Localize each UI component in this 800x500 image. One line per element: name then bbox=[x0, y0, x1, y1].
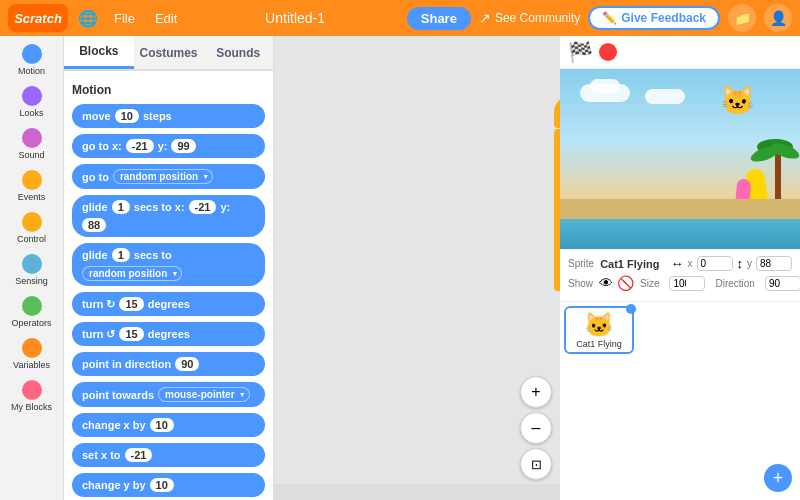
water bbox=[560, 214, 800, 249]
sprite-label: Sprite bbox=[568, 258, 594, 269]
cloud-3 bbox=[645, 89, 685, 104]
sprite-selected-dot bbox=[626, 304, 636, 314]
stage-canvas: 🐱 bbox=[560, 69, 800, 249]
sprite-list: 🐱 Cat1 Flying bbox=[560, 301, 800, 500]
category-motion[interactable]: Motion bbox=[0, 40, 63, 80]
block-goto-random[interactable]: go to random position bbox=[72, 164, 265, 189]
direction-input[interactable] bbox=[765, 276, 800, 291]
sprite-thumb-image: 🐱 bbox=[569, 311, 629, 339]
scratch-logo: Scratch bbox=[8, 4, 68, 32]
block-glide-xy[interactable]: glide 1 secs to x: -21 y: 88 bbox=[72, 195, 265, 237]
category-operators[interactable]: Operators bbox=[0, 292, 63, 332]
add-sprite-button[interactable]: + bbox=[764, 464, 792, 492]
script-area[interactable]: when 🏁 clicked forever move 4 steps bbox=[274, 36, 560, 500]
block-glide-random[interactable]: glide 1 secs to random position bbox=[72, 243, 265, 286]
pencil-icon: ✏️ bbox=[602, 11, 617, 25]
zoom-in-button[interactable]: + bbox=[520, 376, 552, 408]
tab-blocks[interactable]: Blocks bbox=[64, 36, 134, 69]
tab-costumes[interactable]: Costumes bbox=[134, 36, 204, 69]
block-turn-ccw[interactable]: turn ↺ 15 degrees bbox=[72, 322, 265, 346]
header: Scratch 🌐 File Edit Untitled-1 Share ↗ S… bbox=[0, 0, 800, 36]
section-motion-label: Motion bbox=[72, 83, 265, 97]
share-button[interactable]: Share bbox=[407, 7, 471, 30]
block-change-x[interactable]: change x by 10 bbox=[72, 413, 265, 437]
show-visible-icon[interactable]: 👁 bbox=[599, 275, 613, 291]
main-area: Motion Looks Sound Events Control Sensin… bbox=[0, 36, 800, 500]
block-move[interactable]: move 10 steps bbox=[72, 104, 265, 128]
cat-sprite: 🐱 bbox=[720, 84, 755, 117]
size-direction-group: Size Direction bbox=[640, 276, 800, 291]
zoom-controls: + – ⊡ bbox=[520, 376, 552, 480]
zoom-out-button[interactable]: – bbox=[520, 412, 552, 444]
green-flag-button[interactable]: 🏁 bbox=[568, 40, 593, 64]
show-icons: 👁 🚫 bbox=[599, 275, 634, 291]
sprite-name-value: Cat1 Flying bbox=[600, 258, 659, 270]
size-input[interactable] bbox=[669, 276, 705, 291]
sprite-thumb-cat[interactable]: 🐱 Cat1 Flying bbox=[564, 306, 634, 354]
blocks-panel: Blocks Costumes Sounds Motion move 10 st… bbox=[64, 36, 274, 500]
blocks-content: Motion move 10 steps go to x: -21 y: 99 … bbox=[64, 71, 273, 500]
globe-icon[interactable]: 🌐 bbox=[76, 7, 100, 30]
block-change-y[interactable]: change y by 10 bbox=[72, 473, 265, 497]
tab-sounds[interactable]: Sounds bbox=[203, 36, 273, 69]
cloud-2 bbox=[590, 79, 620, 93]
block-point-dir[interactable]: point in direction 90 bbox=[72, 352, 265, 376]
forever-bottom bbox=[554, 279, 560, 291]
sprite-thumb-name: Cat1 Flying bbox=[569, 339, 629, 349]
block-point-towards[interactable]: point towards mouse-pointer bbox=[72, 382, 265, 407]
sprite-info: Sprite Cat1 Flying ↔ x ↕ y Show 👁 🚫 bbox=[560, 249, 800, 301]
block-goto-xy[interactable]: go to x: -21 y: 99 bbox=[72, 134, 265, 158]
header-right: ✏️ Give Feedback 📁 👤 bbox=[588, 4, 792, 32]
x-input[interactable] bbox=[697, 256, 733, 271]
edit-menu[interactable]: Edit bbox=[149, 9, 183, 28]
folder-button[interactable]: 📁 bbox=[728, 4, 756, 32]
script-scrollbar[interactable] bbox=[274, 484, 560, 500]
direction-label: Direction bbox=[715, 278, 754, 289]
category-sensing[interactable]: Sensing bbox=[0, 250, 63, 290]
sprite-show-row: Show 👁 🚫 Size Direction bbox=[568, 275, 792, 291]
category-sound[interactable]: Sound bbox=[0, 124, 63, 164]
tab-bar: Blocks Costumes Sounds bbox=[64, 36, 273, 71]
file-menu[interactable]: File bbox=[108, 9, 141, 28]
y-input[interactable] bbox=[756, 256, 792, 271]
category-myblocks[interactable]: My Blocks bbox=[0, 376, 63, 416]
show-label: Show bbox=[568, 278, 593, 289]
project-title[interactable]: Untitled-1 bbox=[191, 10, 398, 26]
stop-button[interactable] bbox=[599, 43, 617, 61]
stage-panel: 🏁 bbox=[560, 36, 800, 500]
block-categories: Motion Looks Sound Events Control Sensin… bbox=[0, 36, 64, 500]
feedback-button[interactable]: ✏️ Give Feedback bbox=[588, 6, 720, 30]
y-label: y bbox=[747, 258, 752, 269]
zoom-fit-button[interactable]: ⊡ bbox=[520, 448, 552, 480]
see-community-link[interactable]: ↗ See Community bbox=[479, 10, 580, 26]
beach-sand bbox=[560, 199, 800, 219]
category-looks[interactable]: Looks bbox=[0, 82, 63, 122]
account-button[interactable]: 👤 bbox=[764, 4, 792, 32]
block-turn-cw[interactable]: turn ↻ 15 degrees bbox=[72, 292, 265, 316]
show-hidden-icon[interactable]: 🚫 bbox=[617, 275, 634, 291]
category-variables[interactable]: Variables bbox=[0, 334, 63, 374]
size-label: Size bbox=[640, 278, 659, 289]
category-control[interactable]: Control bbox=[0, 208, 63, 248]
category-events[interactable]: Events bbox=[0, 166, 63, 206]
stage-controls: 🏁 bbox=[560, 36, 800, 69]
xy-group: ↔ x ↕ y bbox=[671, 256, 793, 271]
sprite-name-row: Sprite Cat1 Flying ↔ x ↕ y bbox=[568, 256, 792, 271]
x-label: x bbox=[688, 258, 693, 269]
block-set-x[interactable]: set x to -21 bbox=[72, 443, 265, 467]
